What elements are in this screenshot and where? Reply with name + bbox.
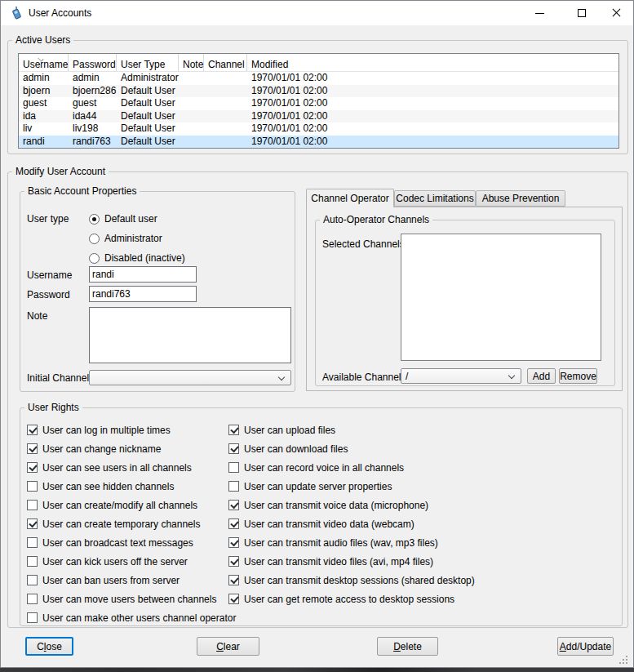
password-input[interactable]: [89, 286, 197, 302]
checkbox-user-can-ban-users-from-server[interactable]: User can ban users from server: [27, 575, 236, 585]
user-rights-right-column: User can upload filesUser can download f…: [228, 425, 475, 612]
minimize-icon: [535, 13, 544, 14]
column-header-label: Note: [183, 59, 203, 70]
checkbox-icon: [228, 481, 239, 492]
user-rights-group: User Rights User can log in multiple tim…: [20, 407, 623, 626]
checkbox-label: User can get remote access to desktop se…: [244, 594, 454, 605]
column-header-modified[interactable]: Modified: [247, 54, 618, 71]
checkbox-user-can-transmit-desktop-sessions-shared-desktop[interactable]: User can transmit desktop sessions (shar…: [228, 575, 475, 585]
minimize-button[interactable]: [523, 1, 556, 25]
users-table[interactable]: UsernamePasswordUser TypeNoteChannelModi…: [18, 53, 619, 149]
tab-codec-limitations[interactable]: Codec Limitations: [394, 190, 476, 207]
checkbox-user-can-move-users-between-channels[interactable]: User can move users between channels: [27, 594, 236, 604]
cell-username: ida: [19, 110, 69, 123]
window-title: User Accounts: [29, 7, 91, 19]
checkbox-icon: [27, 500, 38, 510]
column-header-channel[interactable]: Channel: [204, 54, 247, 71]
maximize-button[interactable]: [565, 1, 598, 25]
checkbox-user-can-upload-files[interactable]: User can upload files: [228, 425, 475, 435]
modify-user-account-group: Modify User Account Basic Account Proper…: [7, 171, 628, 628]
checkbox-user-can-transmit-audio-files-wav-mp3-files[interactable]: User can transmit audio files (wav, mp3 …: [228, 537, 475, 548]
checkbox-user-can-see-users-in-all-channels[interactable]: User can see users in all channels: [27, 462, 236, 473]
remove-button[interactable]: Remove: [559, 368, 597, 384]
available-channel-value: /: [406, 371, 408, 382]
cell-username: randi: [19, 136, 69, 149]
cell-password: guest: [69, 97, 117, 110]
table-row[interactable]: randirandi763Default User1970/01/01 02:0…: [19, 136, 618, 149]
checkbox-label: User can kick users off the server: [42, 556, 188, 567]
cell-username: admin: [19, 72, 69, 85]
checkbox-user-can-broadcast-text-messages[interactable]: User can broadcast text messages: [27, 537, 236, 548]
maximize-icon: [578, 9, 586, 17]
table-row[interactable]: livliv198Default User1970/01/01 02:00: [19, 122, 618, 136]
tab-channel-operator[interactable]: Channel Operator: [306, 189, 394, 207]
selected-channels-list[interactable]: [401, 234, 601, 361]
table-row[interactable]: guestguestDefault User1970/01/01 02:00: [19, 97, 618, 110]
column-header-username[interactable]: Username: [19, 54, 69, 71]
cell-modified: 1970/01/01 02:00: [247, 97, 618, 110]
table-row[interactable]: adminadminAdministrator1970/01/01 02:00: [19, 72, 618, 85]
title-bar[interactable]: User Accounts: [1, 1, 633, 25]
column-header-label: Username: [23, 59, 68, 70]
clear-button[interactable]: Clear: [197, 637, 259, 656]
checkbox-icon: [228, 594, 239, 604]
cell-user-type: Default User: [117, 85, 179, 98]
background-strip: [0, 668, 634, 672]
radio-disabled-inactive[interactable]: Disabled (inactive): [89, 248, 185, 268]
column-header-label: Password: [73, 59, 116, 70]
checkbox-icon: [27, 481, 38, 492]
user-type-label: User type: [27, 213, 69, 225]
note-textarea[interactable]: [89, 307, 291, 363]
checkbox-user-can-record-voice-in-all-channels[interactable]: User can record voice in all channels: [228, 462, 475, 473]
user-rights-group-label: User Rights: [24, 402, 82, 413]
checkbox-icon: [228, 575, 239, 585]
checkbox-user-can-create-temporary-channels[interactable]: User can create temporary channels: [27, 518, 236, 529]
checkbox-user-can-log-in-multiple-times[interactable]: User can log in multiple times: [27, 425, 236, 435]
add-button[interactable]: Add: [527, 368, 556, 384]
cell-user-type: Administrator: [117, 72, 179, 85]
checkbox-user-can-download-files[interactable]: User can download files: [228, 443, 475, 454]
cell-user-type: Default User: [117, 110, 179, 123]
checkbox-user-can-transmit-video-data-webcam[interactable]: User can transmit video data (webcam): [228, 518, 475, 529]
checkbox-user-can-change-nickname[interactable]: User can change nickname: [27, 443, 236, 454]
checkbox-user-can-transmit-video-files-avi-mp4-files[interactable]: User can transmit video files (avi, mp4 …: [228, 556, 475, 567]
cell-note: [179, 72, 204, 85]
column-header-user-type[interactable]: User Type: [117, 54, 179, 71]
cell-password: bjoern286: [69, 85, 117, 98]
active-users-group: Active Users UsernamePasswordUser TypeNo…: [7, 40, 628, 154]
radio-administrator[interactable]: Administrator: [89, 229, 162, 248]
checkbox-icon: [27, 537, 38, 548]
table-row[interactable]: bjoernbjoern286Default User1970/01/01 02…: [19, 85, 618, 98]
cell-password: randi763: [69, 136, 117, 149]
available-channels-combobox[interactable]: /: [401, 368, 521, 384]
app-icon: [8, 5, 24, 21]
checkbox-label: User can transmit desktop sessions (shar…: [244, 575, 475, 586]
initial-channel-combobox[interactable]: [89, 370, 291, 385]
checkbox-user-can-create-modify-all-channels[interactable]: User can create/modify all channels: [27, 500, 236, 510]
checkbox-user-can-see-hidden-channels[interactable]: User can see hidden channels: [27, 481, 236, 492]
add-update-button[interactable]: Add/Update: [557, 637, 614, 656]
checkbox-label: User can transmit video data (webcam): [244, 518, 415, 530]
close-window-button[interactable]: [600, 1, 632, 25]
cell-username: guest: [19, 97, 69, 110]
cell-note: [179, 136, 204, 149]
checkbox-user-can-kick-users-off-the-server[interactable]: User can kick users off the server: [27, 556, 236, 567]
selected-channels-label: Selected Channels: [322, 238, 405, 250]
radio-icon: [89, 214, 100, 225]
delete-button[interactable]: Delete: [377, 637, 438, 656]
checkbox-user-can-get-remote-access-to-desktop-sessions[interactable]: User can get remote access to desktop se…: [228, 594, 475, 604]
initial-channel-label: Initial Channel: [27, 372, 89, 384]
username-input[interactable]: [89, 266, 197, 283]
checkbox-label: User can create/modify all channels: [42, 500, 197, 511]
checkbox-user-can-make-other-users-channel-operator[interactable]: User can make other users channel operat…: [27, 612, 236, 623]
close-button[interactable]: Close: [25, 637, 73, 656]
column-header-note[interactable]: Note: [179, 54, 204, 71]
radio-default-user[interactable]: Default user: [89, 209, 157, 229]
checkbox-user-can-transmit-voice-data-microphone[interactable]: User can transmit voice data (microphone…: [228, 500, 475, 510]
resize-grip-icon[interactable]: [619, 654, 629, 664]
table-row[interactable]: idaida44Default User1970/01/01 02:00: [19, 110, 618, 123]
checkbox-user-can-update-server-properties[interactable]: User can update server properties: [228, 481, 475, 492]
tab-abuse-prevention[interactable]: Abuse Prevention: [476, 190, 565, 207]
column-header-password[interactable]: Password: [69, 54, 117, 71]
checkbox-icon: [27, 443, 38, 454]
